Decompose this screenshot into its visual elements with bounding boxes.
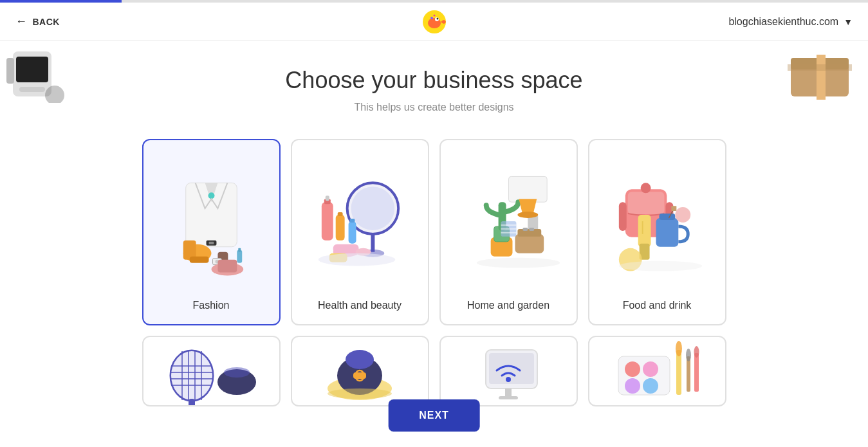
health-beauty-label: Health and beauty (318, 300, 402, 314)
svg-point-78 (171, 351, 212, 400)
svg-rect-109 (687, 356, 690, 392)
home-garden-illustration (451, 151, 566, 292)
corner-decoration-left (0, 39, 97, 103)
svg-point-45 (318, 253, 394, 266)
health-beauty-illustration (302, 151, 418, 292)
food-drink-illustration (600, 151, 715, 292)
category-card-home-garden[interactable]: Home and garden (439, 139, 578, 325)
svg-point-1 (428, 18, 441, 28)
svg-point-106 (643, 378, 658, 394)
svg-rect-8 (19, 87, 45, 92)
svg-rect-25 (217, 260, 237, 273)
svg-rect-53 (515, 234, 544, 253)
svg-point-96 (328, 388, 392, 399)
svg-rect-9 (6, 58, 14, 84)
svg-rect-14 (788, 64, 852, 71)
chevron-down-icon: ▼ (844, 17, 853, 27)
svg-point-73 (675, 207, 690, 223)
svg-rect-34 (321, 202, 333, 241)
category-card-fashion[interactable]: Fashion (142, 139, 281, 325)
category-card-sports[interactable] (142, 336, 281, 406)
corner-decoration-right (771, 39, 868, 103)
svg-point-72 (640, 183, 651, 193)
svg-rect-111 (694, 353, 699, 392)
svg-rect-37 (335, 215, 344, 241)
svg-rect-41 (348, 221, 356, 244)
svg-rect-38 (337, 212, 342, 216)
category-grid-bottom (142, 336, 726, 406)
tech-illustration (441, 337, 577, 406)
svg-point-4 (430, 17, 433, 19)
svg-point-105 (625, 378, 640, 394)
svg-rect-87 (189, 399, 195, 406)
svg-point-108 (676, 341, 682, 356)
bags-illustration (292, 337, 428, 406)
main-content: Choose your business space This helps us… (0, 41, 868, 447)
domain-text: blogchiasekienthuc.com (728, 16, 838, 28)
svg-point-110 (686, 349, 691, 361)
svg-rect-13 (817, 55, 826, 100)
logo (421, 9, 447, 35)
svg-rect-40 (333, 244, 358, 253)
svg-point-112 (694, 346, 699, 358)
svg-rect-101 (499, 396, 518, 399)
svg-rect-19 (189, 257, 208, 263)
svg-point-74 (618, 261, 701, 271)
logo-icon (421, 9, 447, 35)
svg-point-90 (224, 367, 250, 378)
category-card-bags[interactable] (291, 336, 429, 406)
svg-rect-70 (659, 214, 675, 220)
food-drink-label: Food and drink (623, 300, 692, 314)
next-button-wrapper: NEXT (388, 399, 480, 432)
back-button[interactable]: ← BACK (15, 15, 60, 28)
svg-rect-29 (238, 248, 241, 252)
svg-rect-46 (508, 176, 547, 202)
svg-point-99 (506, 377, 511, 382)
category-card-food-drink[interactable]: Food and drink (588, 139, 726, 325)
svg-point-93 (346, 350, 374, 369)
fashion-illustration (154, 151, 269, 292)
page-title: Choose your business space (285, 67, 582, 94)
header: ← BACK blogchiasekienthuc.com ▼ (0, 3, 868, 41)
svg-point-61 (476, 258, 559, 268)
svg-point-52 (517, 212, 538, 218)
category-card-tech[interactable] (439, 336, 578, 406)
svg-point-3 (436, 17, 438, 19)
fashion-label: Fashion (193, 300, 230, 314)
svg-point-31 (351, 187, 394, 230)
svg-rect-7 (16, 57, 48, 82)
beauty2-illustration (589, 337, 725, 406)
svg-rect-64 (618, 202, 626, 231)
svg-rect-66 (638, 215, 651, 247)
svg-rect-76 (671, 206, 676, 211)
svg-rect-27 (208, 242, 214, 244)
svg-point-103 (625, 361, 640, 377)
sports-illustration (143, 337, 279, 406)
next-button[interactable]: NEXT (388, 399, 480, 432)
category-grid: Fashion (142, 139, 726, 325)
svg-rect-36 (325, 196, 329, 201)
svg-point-104 (643, 361, 658, 377)
home-garden-label: Home and garden (467, 300, 549, 314)
svg-rect-55 (522, 228, 528, 231)
svg-rect-42 (349, 219, 355, 223)
back-arrow-icon: ← (15, 15, 28, 28)
svg-rect-56 (529, 228, 534, 231)
svg-rect-98 (489, 353, 534, 384)
svg-rect-63 (627, 192, 664, 214)
svg-rect-32 (371, 233, 374, 252)
page-subtitle: This helps us create better designs (354, 102, 513, 113)
svg-rect-107 (676, 350, 681, 395)
back-label: BACK (33, 17, 60, 27)
category-card-health-beauty[interactable]: Health and beauty (291, 139, 429, 325)
category-card-beauty2[interactable] (588, 336, 726, 406)
svg-rect-69 (656, 218, 678, 247)
domain-selector[interactable]: blogchiasekienthuc.com ▼ (728, 16, 853, 28)
svg-point-5 (433, 14, 435, 16)
